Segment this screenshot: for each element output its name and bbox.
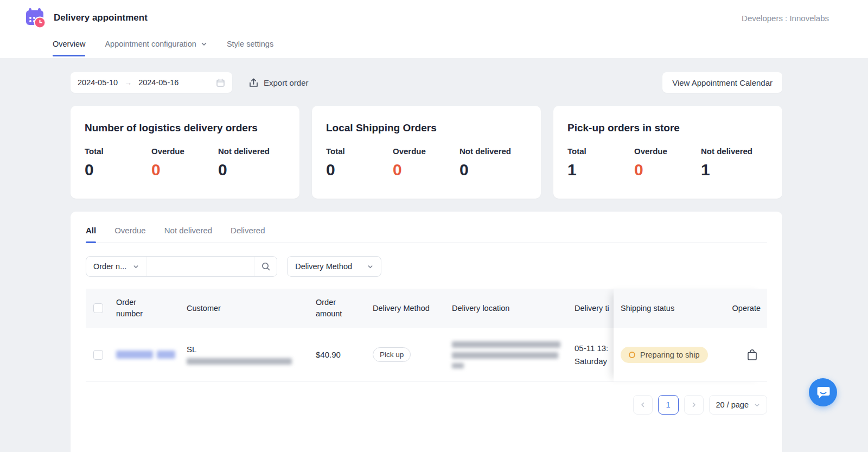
page-size-label: 20 / page xyxy=(716,400,749,409)
chevron-down-icon xyxy=(201,41,207,47)
pagination: 1 20 / page xyxy=(86,395,767,415)
date-start[interactable]: 2024-05-10 xyxy=(78,78,118,87)
prev-page-button[interactable] xyxy=(633,395,653,415)
metric-not-delivered: Not delivered 0 xyxy=(218,147,285,179)
metric-label: Overdue xyxy=(634,147,701,156)
date-range-picker[interactable]: 2024-05-10 → 2024-05-16 xyxy=(71,72,232,93)
orders-tab-not-delivered[interactable]: Not delivered xyxy=(164,226,212,243)
chevron-left-icon xyxy=(640,402,646,408)
cell-order-number[interactable] xyxy=(116,351,187,359)
chevron-right-icon xyxy=(691,402,697,408)
metric-label: Total xyxy=(85,147,151,156)
orders-tab-bar: All Overdue Not delivered Delivered xyxy=(86,226,767,243)
metric-value: 0 xyxy=(85,161,151,179)
search-input[interactable] xyxy=(146,257,254,276)
table-row[interactable]: SL $40.90 Pick up xyxy=(86,328,614,382)
status-dot-icon xyxy=(629,352,635,358)
shopping-bag-icon[interactable] xyxy=(746,348,758,361)
account-label: Developers : Innovelabs xyxy=(742,14,829,23)
tab-overview-label: Overview xyxy=(53,40,85,48)
orders-tab-delivered[interactable]: Delivered xyxy=(231,226,265,243)
metric-label: Total xyxy=(567,147,634,156)
tab-style-settings[interactable]: Style settings xyxy=(227,40,273,56)
metric-value: 1 xyxy=(567,161,634,179)
chat-bubble-icon xyxy=(816,385,831,400)
delivery-time: 05-11 13: xyxy=(575,343,614,353)
magnifier-icon xyxy=(261,262,271,271)
order-number-redacted xyxy=(116,351,187,359)
app-tab-bar: Overview Appointment configuration Style… xyxy=(0,29,868,56)
filters-row: Order n... Delivery Method xyxy=(86,256,767,277)
table-header: Order number Customer Order amount Deliv… xyxy=(86,289,614,328)
stats-row: Number of logistics delivery orders Tota… xyxy=(71,106,782,199)
col-customer: Customer xyxy=(187,304,316,313)
metric-value: 0 xyxy=(459,161,526,179)
export-order-button[interactable]: Export order xyxy=(248,78,309,88)
orders-tab-overdue[interactable]: Overdue xyxy=(114,226,146,243)
metric-label: Not delivered xyxy=(701,147,768,156)
orders-table: Order number Customer Order amount Deliv… xyxy=(86,289,767,382)
stat-card-title: Number of logistics delivery orders xyxy=(85,122,285,134)
metric-value: 0 xyxy=(151,161,218,179)
page-number-button[interactable]: 1 xyxy=(658,395,679,415)
delivery-method-filter[interactable]: Delivery Method xyxy=(287,256,381,277)
table-row-fixed: Preparing to ship xyxy=(614,328,767,382)
search-group: Order n... xyxy=(86,256,277,277)
metric-overdue: Overdue 0 xyxy=(151,147,218,179)
tab-appointment-configuration-label: Appointment configuration xyxy=(105,40,196,48)
select-all-checkbox[interactable] xyxy=(93,303,103,313)
stat-card-title: Pick-up orders in store xyxy=(567,122,768,134)
chat-widget-button[interactable] xyxy=(809,378,837,406)
metric-total: Total 0 xyxy=(85,147,151,179)
col-delivery-method: Delivery Method xyxy=(373,304,452,313)
tab-style-settings-label: Style settings xyxy=(227,40,273,48)
export-order-label: Export order xyxy=(264,78,309,87)
metric-overdue: Overdue 0 xyxy=(393,147,459,179)
col-order-amount: Order amount xyxy=(316,297,373,320)
calendar-icon xyxy=(216,78,225,87)
col-delivery-time: Delivery ti xyxy=(575,304,614,313)
col-delivery-location: Delivery location xyxy=(452,304,575,313)
arrow-right-icon: → xyxy=(124,78,132,87)
orders-tab-all[interactable]: All xyxy=(86,226,96,243)
metric-label: Not delivered xyxy=(459,147,526,156)
search-button[interactable] xyxy=(254,257,277,276)
cell-customer: SL xyxy=(187,345,316,365)
metric-value: 0 xyxy=(634,161,701,179)
app-header: Delivery appointment Developers : Innove… xyxy=(0,0,868,58)
col-operate: Operate xyxy=(726,304,767,313)
delivery-day: Saturday xyxy=(575,356,614,366)
stat-card-title: Local Shipping Orders xyxy=(326,122,527,134)
page-size-select[interactable]: 20 / page xyxy=(709,395,767,415)
date-end[interactable]: 2024-05-16 xyxy=(138,78,178,87)
stat-card-logistics: Number of logistics delivery orders Tota… xyxy=(71,106,299,199)
metric-value: 0 xyxy=(326,161,393,179)
col-shipping-status: Shipping status xyxy=(614,304,726,313)
table-header-fixed: Shipping status Operate xyxy=(614,289,767,328)
metric-label: Not delivered xyxy=(218,147,285,156)
chevron-down-icon xyxy=(754,402,760,408)
row-checkbox[interactable] xyxy=(93,350,103,360)
search-field-selector[interactable]: Order n... xyxy=(86,257,146,276)
metric-total: Total 0 xyxy=(326,147,393,179)
shipping-status-label: Preparing to ship xyxy=(640,351,700,359)
tab-overview[interactable]: Overview xyxy=(53,40,85,56)
app-calendar-clock-icon xyxy=(24,7,46,29)
stat-card-local-shipping: Local Shipping Orders Total 0 Overdue 0 … xyxy=(312,106,541,199)
metric-value: 0 xyxy=(218,161,285,179)
cell-delivery-location xyxy=(452,341,575,368)
cell-shipping-status: Preparing to ship xyxy=(614,347,726,363)
cell-delivery-time: 05-11 13: Saturday xyxy=(575,343,614,366)
toolbar: 2024-05-10 → 2024-05-16 Export order Vie… xyxy=(71,72,782,93)
next-page-button[interactable] xyxy=(684,395,704,415)
metric-overdue: Overdue 0 xyxy=(634,147,701,179)
metric-label: Overdue xyxy=(151,147,218,156)
view-appointment-calendar-button[interactable]: View Appointment Calendar xyxy=(662,72,782,93)
metric-total: Total 1 xyxy=(567,147,634,179)
metric-not-delivered: Not delivered 0 xyxy=(459,147,526,179)
metric-label: Overdue xyxy=(393,147,459,156)
page-title: Delivery appointment xyxy=(54,12,148,23)
metric-label: Total xyxy=(326,147,393,156)
tab-appointment-configuration[interactable]: Appointment configuration xyxy=(105,40,207,56)
metric-value: 0 xyxy=(393,161,459,179)
